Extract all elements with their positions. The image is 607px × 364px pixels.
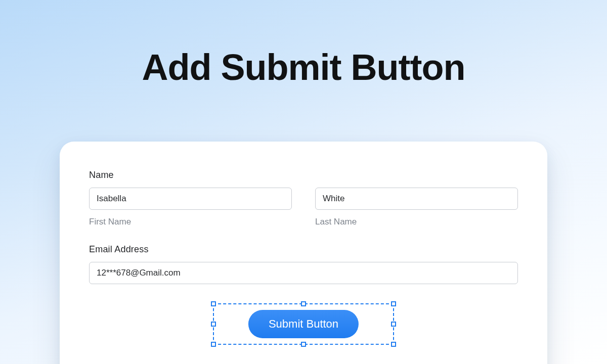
last-name-input[interactable] (315, 188, 518, 210)
resize-handle-top-right[interactable] (391, 301, 396, 306)
resize-handle-middle-left[interactable] (211, 322, 216, 327)
resize-handle-bottom-right[interactable] (391, 342, 396, 347)
name-row: First Name Last Name (89, 188, 518, 227)
submit-button-selection[interactable]: Submit Button (213, 303, 394, 345)
email-label: Email Address (89, 244, 518, 255)
last-name-sublabel: Last Name (315, 217, 518, 227)
resize-handle-bottom-left[interactable] (211, 342, 216, 347)
resize-handle-middle-right[interactable] (391, 322, 396, 327)
name-label: Name (89, 170, 518, 180)
first-name-sublabel: First Name (89, 217, 292, 227)
resize-handle-top-middle[interactable] (301, 301, 306, 306)
page-title: Add Submit Button (0, 47, 607, 88)
first-name-group: First Name (89, 188, 292, 227)
email-group: Email Address (89, 244, 518, 284)
first-name-input[interactable] (89, 188, 292, 210)
resize-handle-bottom-middle[interactable] (301, 342, 306, 347)
last-name-group: Last Name (315, 188, 518, 227)
resize-handle-top-left[interactable] (211, 301, 216, 306)
submit-button[interactable]: Submit Button (248, 310, 359, 338)
email-input[interactable] (89, 262, 518, 284)
form-card: Name First Name Last Name Email Address … (60, 142, 547, 364)
